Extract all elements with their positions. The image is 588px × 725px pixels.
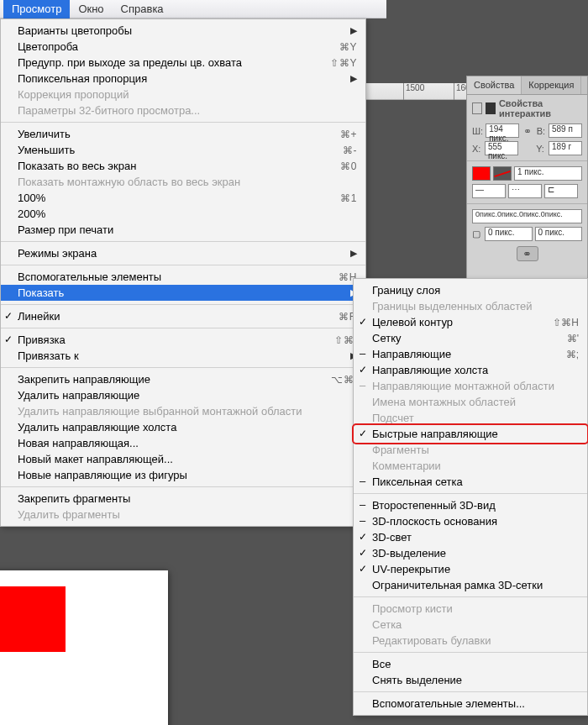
submenu-item[interactable]: Сетку⌘' [354, 330, 587, 346]
menu-item[interactable]: Вспомогательные элементы⌘H [1, 269, 365, 285]
red-shape[interactable] [0, 586, 66, 652]
menu-item[interactable]: Попиксельная пропорция▶ [1, 71, 365, 87]
menu-item[interactable]: ✓Привязка⇧⌘; [1, 332, 365, 348]
menu-item[interactable]: Показать▶ [1, 285, 365, 301]
submenu-item-label: Снять выделение [372, 674, 579, 686]
menu-item[interactable]: Новый макет направляющей... [1, 451, 365, 467]
submenu-item-label: UV-перекрытие [372, 563, 579, 575]
menu-item[interactable]: Увеличить⌘+ [1, 126, 365, 142]
menu-item[interactable]: Варианты цветопробы▶ [1, 23, 365, 39]
height-label: В: [537, 126, 546, 136]
width-field[interactable]: 194 пикс. [486, 123, 519, 138]
menu-item[interactable]: 200% [1, 206, 365, 222]
menu-item-label: Попиксельная пропорция [18, 72, 350, 85]
menu-item[interactable]: Цветопроба⌘Y [1, 39, 365, 55]
menu-item: Параметры 32-битного просмотра... [1, 102, 365, 118]
fill-swatch[interactable] [472, 166, 491, 181]
shortcut-label: ⇧⌘Y [325, 57, 357, 69]
mixed-state-icon: – [360, 498, 365, 511]
menu-item-label: Предупр. при выходе за пределы цв. охват… [18, 56, 325, 69]
submenu-item[interactable]: Ограничительная рамка 3D-сетки [354, 577, 587, 593]
menu-item[interactable]: Уменьшить⌘- [1, 142, 365, 158]
menu-item[interactable]: Размер при печати [1, 222, 365, 238]
submenu-item[interactable]: ✓Целевой контур⇧⌘H [354, 314, 587, 330]
menu-item[interactable]: 100%⌘1 [1, 190, 365, 206]
stroke-width-field[interactable]: 1 пикс. [514, 166, 582, 181]
tab-adjustments[interactable]: Коррекция [522, 76, 581, 94]
live-shape-icon [486, 102, 496, 114]
submenu-item[interactable]: Все [354, 656, 587, 672]
menu-item-label: Варианты цветопробы [18, 24, 350, 37]
y-field[interactable]: 189 г [549, 141, 582, 155]
submenu-item[interactable]: –3D-плоскость основания [354, 513, 587, 529]
menu-item-label: Коррекция пропорций [18, 88, 357, 101]
submenu-item-label: Просмотр кисти [372, 602, 579, 615]
corner-field[interactable]: 0пикс.0пикс.0пикс.0пикс. [472, 209, 582, 223]
stroke-swatch[interactable] [493, 166, 512, 181]
menu-item-label: 200% [18, 208, 357, 220]
menu-item-label: Увеличить [18, 128, 335, 140]
submenu-item[interactable]: –Направляющие⌘; [354, 346, 587, 362]
checkmark-icon: ✓ [359, 316, 367, 328]
submenu-item-label: Направляющие холста [372, 364, 579, 376]
menu-item-label: Закрепить направляющие [18, 373, 326, 386]
shortcut-label: ⌘+ [335, 129, 357, 140]
menu-item-label: Привязать к [18, 349, 350, 362]
tab-properties[interactable]: Свойства [467, 76, 522, 94]
pad-field-2[interactable]: 0 пикс. [535, 227, 583, 241]
submenu-item[interactable]: Границу слоя [354, 282, 587, 298]
menu-item[interactable]: Привязать к▶ [1, 348, 365, 364]
menu-item[interactable]: Удалить направляющие [1, 387, 365, 403]
submenu-item-label: Направляющие монтажной области [372, 380, 579, 392]
submenu-item[interactable]: –Пиксельная сетка [354, 474, 587, 490]
submenu-item[interactable]: ✓UV-перекрытие [354, 561, 587, 577]
submenu-item[interactable]: Снять выделение [354, 672, 587, 688]
mixed-state-icon: – [360, 347, 365, 360]
shortcut-label: ⌘- [338, 144, 357, 156]
mixed-state-icon: – [360, 379, 365, 391]
checkmark-icon: ✓ [359, 547, 367, 559]
menu-item-label: Цветопроба [18, 40, 334, 53]
show-submenu: Границу слояГраницы выделенных областей✓… [353, 278, 588, 716]
submenu-item-label: Быстрые направляющие [372, 428, 579, 440]
submenu-item[interactable]: Вспомогательные элементы... [354, 696, 587, 712]
submenu-item[interactable]: ✓3D-выделение [354, 545, 587, 561]
checkmark-icon: ✓ [4, 310, 13, 322]
menu-item[interactable]: Показать во весь экран⌘0 [1, 158, 365, 174]
submenu-item-label: Второстепенный 3D-вид [372, 499, 579, 512]
submenu-item[interactable]: –Второстепенный 3D-вид [354, 497, 587, 513]
menubar-help[interactable]: Справка [113, 0, 172, 18]
menubar-view[interactable]: Просмотр [3, 0, 70, 18]
link-corners-button[interactable]: ⚭ [517, 246, 538, 261]
mixed-state-icon: – [360, 514, 365, 527]
menu-item[interactable]: Предупр. при выходе за пределы цв. охват… [1, 55, 365, 71]
menu-item-label: Размер при печати [18, 223, 357, 236]
menu-item[interactable]: Новая направляющая... [1, 435, 365, 451]
menubar-window[interactable]: Окно [70, 0, 112, 18]
menu-item-label: Удалить направляющие выбранной монтажной… [18, 405, 357, 418]
shortcut-label: ⌘1 [335, 192, 357, 204]
shortcut-label: ⌘Y [334, 41, 357, 53]
menu-item[interactable]: Новые направляющие из фигуры [1, 467, 365, 483]
x-label: X: [472, 144, 482, 154]
menu-item-label: Удалить фрагменты [18, 508, 357, 521]
submenu-item-label: Сетка [372, 618, 579, 631]
submenu-item-label: Имена монтажных областей [372, 396, 579, 408]
submenu-item[interactable]: ✓Быстрые направляющие [354, 426, 587, 442]
height-field[interactable]: 589 п [549, 123, 582, 138]
pad-field-1[interactable]: 0 пикс. [485, 227, 533, 241]
menu-item[interactable]: Удалить направляющие холста [1, 419, 365, 435]
menu-item[interactable]: ✓Линейки⌘R [1, 308, 365, 324]
menu-item[interactable]: Закрепить фрагменты [1, 491, 365, 507]
submenu-item-label: 3D-свет [372, 531, 579, 544]
menu-item[interactable]: Режимы экрана▶ [1, 245, 365, 261]
x-field[interactable]: 555 пикс. [485, 141, 518, 155]
properties-panel: Свойства Коррекция Свойства интерактив Ш… [466, 76, 588, 294]
menu-item[interactable]: Закрепить направляющие⌥⌘; [1, 371, 365, 387]
submenu-item-label: Целевой контур [372, 316, 553, 328]
submenu-item[interactable]: ✓Направляющие холста [354, 362, 587, 378]
link-icon[interactable]: ⚭ [522, 125, 534, 137]
submenu-item[interactable]: ✓3D-свет [354, 529, 587, 545]
submenu-item-label: 3D-выделение [372, 547, 579, 560]
submenu-item-label: Ограничительная рамка 3D-сетки [372, 579, 579, 591]
